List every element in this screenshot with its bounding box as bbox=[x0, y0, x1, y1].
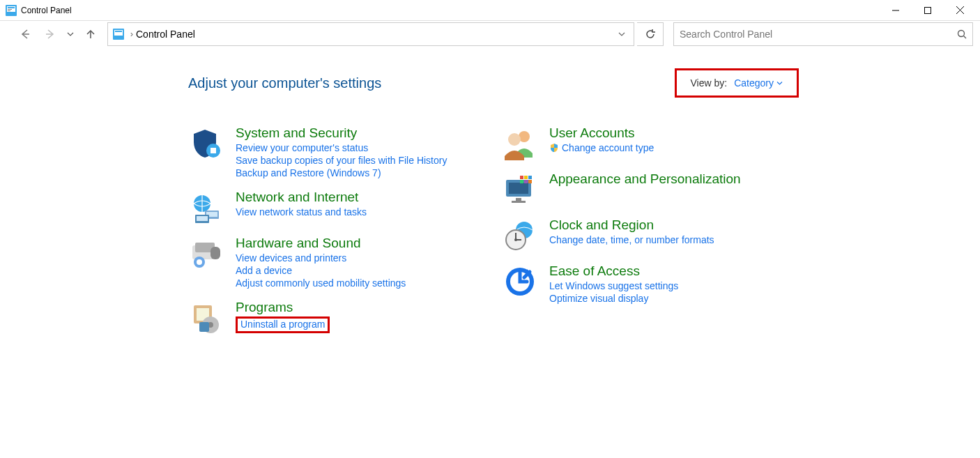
appearance-icon bbox=[502, 171, 538, 208]
svg-rect-4 bbox=[8, 10, 10, 11]
link-change-account-type[interactable]: Change account type bbox=[549, 142, 654, 153]
category-system-security: System and Security Review your computer… bbox=[188, 125, 481, 180]
category-title[interactable]: User Accounts bbox=[549, 125, 654, 141]
category-title[interactable]: System and Security bbox=[236, 125, 447, 141]
search-box[interactable] bbox=[673, 22, 973, 46]
svg-point-51 bbox=[514, 238, 517, 241]
search-icon[interactable] bbox=[957, 29, 967, 39]
category-title[interactable]: Network and Internet bbox=[236, 190, 367, 205]
link-backup-restore[interactable]: Backup and Restore (Windows 7) bbox=[236, 167, 447, 178]
shield-icon bbox=[549, 143, 559, 153]
svg-point-36 bbox=[508, 133, 521, 146]
svg-point-29 bbox=[197, 259, 202, 265]
link-text: Change account type bbox=[562, 142, 654, 153]
navbar: › Control Panel bbox=[0, 21, 980, 47]
minimize-button[interactable] bbox=[880, 0, 912, 21]
breadcrumb-location[interactable]: Control Panel bbox=[136, 29, 195, 40]
link-file-history[interactable]: Save backup copies of your files with Fi… bbox=[236, 155, 447, 166]
category-user-accounts: User Accounts Change account type bbox=[502, 125, 822, 162]
control-panel-icon bbox=[112, 28, 125, 40]
user-accounts-icon bbox=[502, 125, 538, 162]
ease-of-access-icon bbox=[502, 264, 538, 300]
category-programs: Programs Uninstall a program bbox=[188, 300, 481, 336]
breadcrumb-separator-icon: › bbox=[128, 29, 136, 39]
network-internet-icon bbox=[188, 190, 224, 226]
svg-rect-34 bbox=[199, 322, 209, 332]
link-mobility-settings[interactable]: Adjust commonly used mobility settings bbox=[236, 277, 406, 289]
chevron-down-icon bbox=[776, 80, 783, 86]
link-network-status[interactable]: View network status and tasks bbox=[236, 206, 367, 217]
link-devices-printers[interactable]: View devices and printers bbox=[236, 252, 406, 264]
svg-rect-46 bbox=[528, 180, 532, 183]
link-review-status[interactable]: Review your computer's status bbox=[236, 142, 447, 153]
link-date-time-formats[interactable]: Change date, time, or number formats bbox=[549, 234, 714, 245]
address-history-dropdown[interactable] bbox=[614, 31, 629, 38]
address-bar[interactable]: › Control Panel bbox=[107, 22, 634, 46]
svg-rect-27 bbox=[210, 247, 220, 259]
hardware-sound-icon bbox=[188, 236, 224, 272]
svg-rect-24 bbox=[197, 216, 208, 221]
viewby-dropdown[interactable]: Category bbox=[734, 77, 783, 89]
svg-rect-18 bbox=[210, 148, 216, 153]
svg-rect-14 bbox=[115, 31, 122, 32]
maximize-button[interactable] bbox=[912, 0, 944, 21]
category-network-internet: Network and Internet View network status… bbox=[188, 190, 481, 226]
svg-point-15 bbox=[958, 31, 965, 37]
back-button[interactable] bbox=[14, 23, 36, 45]
link-optimize-display[interactable]: Optimize visual display bbox=[549, 293, 678, 304]
uninstall-highlight: Uninstall a program bbox=[236, 316, 330, 333]
window-title: Control Panel bbox=[21, 6, 72, 15]
svg-rect-2 bbox=[8, 7, 15, 8]
svg-rect-39 bbox=[516, 198, 521, 201]
viewby-label: View by: bbox=[691, 77, 728, 89]
svg-line-16 bbox=[964, 36, 967, 39]
refresh-button[interactable] bbox=[637, 22, 664, 46]
svg-rect-43 bbox=[528, 176, 532, 179]
svg-rect-3 bbox=[8, 9, 12, 10]
settings-header: Adjust your computer's settings View by:… bbox=[188, 68, 959, 98]
search-input[interactable] bbox=[680, 29, 957, 40]
system-security-icon bbox=[188, 125, 224, 162]
category-clock-region: Clock and Region Change date, time, or n… bbox=[502, 217, 822, 254]
forward-button[interactable] bbox=[39, 23, 61, 45]
category-title[interactable]: Hardware and Sound bbox=[236, 236, 406, 251]
category-title[interactable]: Ease of Access bbox=[549, 264, 678, 279]
up-button[interactable] bbox=[79, 23, 102, 45]
svg-rect-41 bbox=[520, 176, 523, 179]
link-add-device[interactable]: Add a device bbox=[236, 265, 406, 276]
link-uninstall-program[interactable]: Uninstall a program bbox=[240, 319, 325, 330]
category-ease-of-access: Ease of Access Let Windows suggest setti… bbox=[502, 264, 822, 305]
viewby-value-text: Category bbox=[734, 77, 774, 89]
category-title[interactable]: Clock and Region bbox=[549, 217, 714, 233]
clock-region-icon bbox=[502, 217, 538, 254]
content-area: Adjust your computer's settings View by:… bbox=[0, 47, 980, 346]
programs-icon bbox=[188, 300, 224, 336]
control-panel-icon bbox=[6, 5, 17, 16]
svg-rect-42 bbox=[524, 176, 528, 179]
svg-rect-6 bbox=[925, 7, 931, 13]
category-appearance-personalization: Appearance and Personalization bbox=[502, 171, 822, 208]
category-title[interactable]: Programs bbox=[236, 300, 330, 315]
svg-rect-38 bbox=[509, 183, 528, 194]
svg-rect-45 bbox=[524, 180, 528, 183]
svg-rect-40 bbox=[512, 201, 526, 203]
svg-rect-44 bbox=[520, 180, 523, 183]
close-button[interactable] bbox=[944, 0, 976, 21]
titlebar: Control Panel bbox=[0, 0, 980, 21]
category-title[interactable]: Appearance and Personalization bbox=[549, 171, 741, 187]
category-hardware-sound: Hardware and Sound View devices and prin… bbox=[188, 236, 481, 290]
viewby-highlight: View by: Category bbox=[675, 68, 799, 98]
link-suggest-settings[interactable]: Let Windows suggest settings bbox=[549, 280, 678, 291]
recent-locations-dropdown[interactable] bbox=[64, 31, 77, 38]
page-title: Adjust your computer's settings bbox=[188, 75, 381, 91]
